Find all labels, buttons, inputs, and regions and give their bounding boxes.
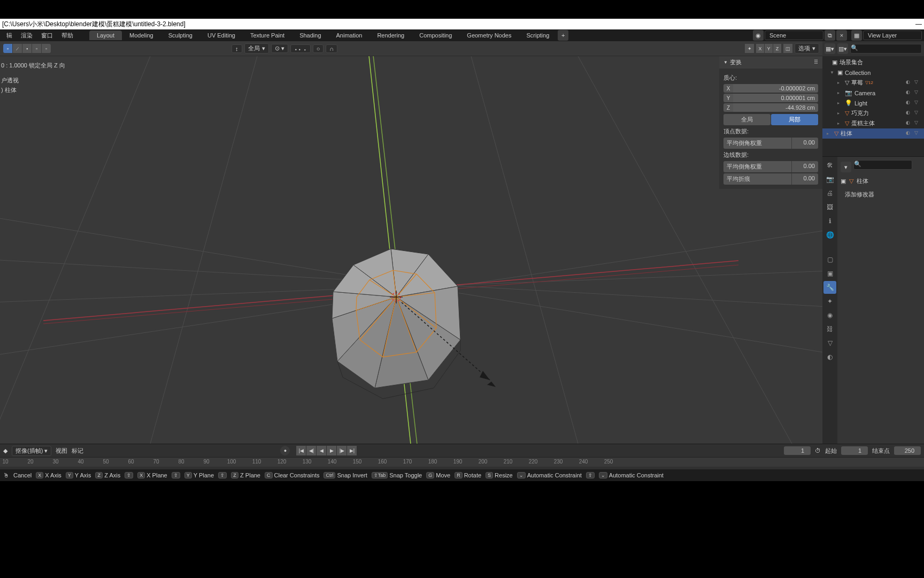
- snap-dropdown[interactable]: ⬩⬩ ▾: [290, 44, 311, 53]
- proptab-world[interactable]: 🌐: [823, 229, 836, 241]
- proportional-dropdown[interactable]: ○: [313, 44, 324, 53]
- tab-compositing[interactable]: Compositing: [412, 31, 459, 40]
- hint: RRotate: [455, 472, 481, 478]
- vert-bevel[interactable]: 0.00: [791, 138, 818, 149]
- options-dropdown[interactable]: 选项 ▾: [795, 43, 819, 54]
- tab-animation[interactable]: Animation: [329, 31, 370, 40]
- hint: ⇧: [172, 472, 180, 478]
- proptab-scene[interactable]: ℹ: [823, 215, 836, 227]
- timeline-view[interactable]: 视图: [56, 447, 67, 455]
- outliner-item[interactable]: ▸▽柱体◐▽: [822, 128, 924, 139]
- outliner-item[interactable]: ▸💡Light◐▽: [822, 98, 924, 108]
- tab-uv-editing[interactable]: UV Editing: [200, 31, 243, 40]
- space-local[interactable]: 局部: [771, 114, 818, 125]
- viewport-canvas[interactable]: [0, 56, 822, 444]
- proptab-output[interactable]: 🖨: [823, 187, 836, 200]
- timeline-editor-icon[interactable]: ◆: [3, 447, 7, 454]
- measure-dropdown[interactable]: ∩: [326, 44, 337, 53]
- proptab-physics[interactable]: ◉: [823, 309, 836, 322]
- outliner-item[interactable]: ▸▽草莓▽12◐▽: [822, 78, 924, 88]
- transform-z[interactable]: -44.928 cm: [733, 103, 818, 112]
- minimize-button[interactable]: —: [915, 20, 922, 28]
- select-mode-5[interactable]: ▫: [42, 44, 51, 53]
- outliner-item[interactable]: ▸▽巧克力◐▽: [822, 108, 924, 118]
- outliner-item[interactable]: ▸▽蛋糕主体◐▽: [822, 118, 924, 128]
- start-frame[interactable]: 1: [841, 446, 868, 455]
- keying-dropdown[interactable]: 抠像(插帧) ▾: [12, 446, 51, 456]
- keyframe-prev[interactable]: ◀|: [306, 446, 316, 455]
- add-modifier-button[interactable]: 添加修改器: [841, 188, 921, 201]
- play-reverse[interactable]: ◀: [317, 446, 326, 455]
- props-pin[interactable]: ▾: [841, 162, 851, 172]
- outliner-mode[interactable]: ▦▾: [825, 43, 835, 54]
- timeline-marker[interactable]: 标记: [72, 447, 83, 455]
- outliner-collection[interactable]: ▼▣Collection: [822, 67, 924, 78]
- timeline-ruler[interactable]: 1020304050607080901001101201301401501601…: [0, 457, 924, 467]
- scene-copy-button[interactable]: ⧉: [825, 30, 835, 41]
- outliner-display[interactable]: ▥▾: [837, 43, 848, 54]
- menu-辑[interactable]: 辑: [2, 31, 17, 41]
- edge-bevel[interactable]: 0.00: [791, 161, 818, 172]
- add-workspace-button[interactable]: +: [558, 30, 568, 41]
- scene-name[interactable]: Scene: [765, 31, 823, 40]
- proptab-view[interactable]: 🖼: [823, 201, 836, 214]
- transform-header[interactable]: 变换⠿: [719, 56, 822, 69]
- proptab-tool[interactable]: 🛠: [823, 159, 836, 172]
- select-mode-4[interactable]: ▫: [32, 44, 41, 53]
- proptab-object2[interactable]: ▣: [823, 267, 836, 280]
- props-search[interactable]: 🔍: [853, 160, 912, 170]
- proptab-data[interactable]: ▽: [823, 337, 836, 349]
- mirror-y[interactable]: Y: [765, 44, 773, 53]
- tab-layout[interactable]: Layout: [89, 31, 122, 40]
- mirror-button[interactable]: ✦: [745, 44, 754, 53]
- proptab-modifier[interactable]: 🔧: [823, 281, 836, 294]
- viewport-header: ▫ ⟋ ▪ ▫ ▫ ↕ 全局 ▾ ⊙ ▾ ⬩⬩ ▾ ○ ∩ ✦ X Y Z ◫ …: [0, 41, 822, 56]
- menu-帮助[interactable]: 帮助: [57, 31, 78, 41]
- viewport-3d[interactable]: ▫ ⟋ ▪ ▫ ▫ ↕ 全局 ▾ ⊙ ▾ ⬩⬩ ▾ ○ ∩ ✦ X Y Z ◫ …: [0, 41, 822, 444]
- outliner-item[interactable]: ▸📷Camera◐▽: [822, 88, 924, 98]
- tab-shading[interactable]: Shading: [292, 31, 328, 40]
- select-mode-vertex[interactable]: ▫: [3, 44, 12, 53]
- tab-rendering[interactable]: Rendering: [369, 31, 412, 40]
- transform-y[interactable]: 0.000001 cm: [733, 94, 818, 102]
- play[interactable]: ▶: [327, 446, 336, 455]
- svg-line-4: [0, 56, 150, 444]
- keyframe-next[interactable]: |▶: [337, 446, 346, 455]
- mirror-z[interactable]: Z: [773, 44, 781, 53]
- viewlayer-name[interactable]: View Layer: [863, 31, 922, 40]
- end-frame[interactable]: 250: [894, 446, 921, 455]
- jump-end[interactable]: ▶|: [347, 446, 357, 455]
- proptab-object[interactable]: ▢: [823, 253, 836, 266]
- mirror-x[interactable]: X: [756, 44, 764, 53]
- tab-geometry-nodes[interactable]: Geometry Nodes: [459, 31, 519, 40]
- autokey-button[interactable]: ●: [280, 446, 290, 455]
- pivot-dropdown[interactable]: ⊙ ▾: [271, 44, 288, 53]
- select-mode-edge[interactable]: ⟋: [13, 44, 22, 53]
- proptab-particle[interactable]: ✦: [823, 295, 836, 308]
- menu-渲染[interactable]: 渲染: [17, 31, 37, 41]
- proptab-constraint[interactable]: ⛓: [823, 323, 836, 336]
- menu-窗口[interactable]: 窗口: [37, 31, 57, 41]
- edge-crease[interactable]: 0.00: [791, 173, 818, 185]
- space-global[interactable]: 全局: [723, 114, 771, 125]
- overlay-toggle[interactable]: ◫: [783, 44, 792, 53]
- proptab-render[interactable]: 📷: [823, 173, 836, 186]
- tab-modeling[interactable]: Modeling: [122, 31, 161, 40]
- scene-delete-button[interactable]: ×: [836, 30, 847, 41]
- hint: CtrlSnap Invert: [324, 472, 367, 478]
- transform-x[interactable]: -0.000002 cm: [733, 84, 818, 93]
- orient-dropdown[interactable]: 全局 ▾: [244, 43, 269, 54]
- cursor-dropdown[interactable]: ↕: [232, 44, 242, 53]
- n-panel: 变换⠿ 质心: X-0.000002 cm Y0.000001 cm Z-44.…: [719, 56, 822, 189]
- tab-sculpting[interactable]: Sculpting: [161, 31, 200, 40]
- tab-scripting[interactable]: Scripting: [519, 31, 557, 40]
- current-frame[interactable]: 1: [784, 446, 811, 455]
- proptab-material[interactable]: ◐: [823, 351, 836, 363]
- outliner-search[interactable]: 🔍: [850, 44, 922, 54]
- viewlayer-icon[interactable]: ▦: [851, 30, 862, 41]
- scene-icon[interactable]: ◉: [753, 30, 764, 41]
- tab-texture-paint[interactable]: Texture Paint: [243, 31, 292, 40]
- outliner-scene[interactable]: ▣场景集合: [822, 57, 924, 67]
- select-mode-face[interactable]: ▪: [22, 44, 32, 53]
- jump-start[interactable]: |◀: [296, 446, 306, 455]
